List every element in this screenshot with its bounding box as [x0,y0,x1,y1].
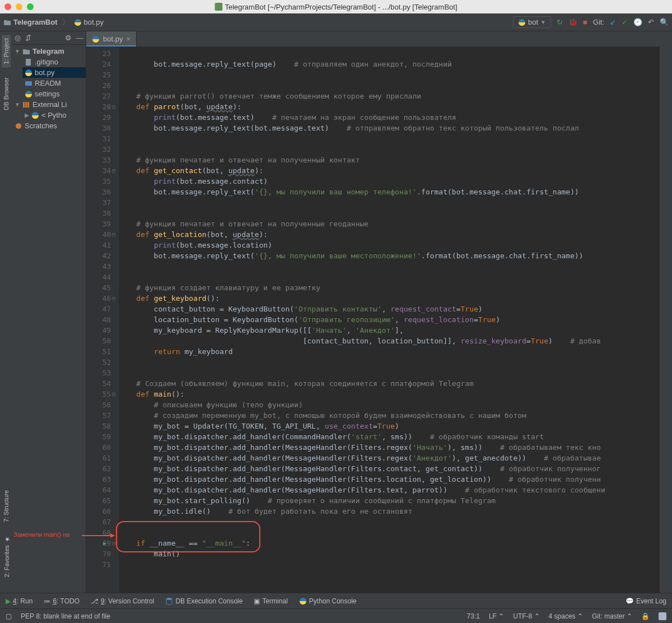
target-icon[interactable]: ◎ [15,34,21,42]
vcs-toolwindow-button[interactable]: ⎇ 9: Version Control [91,597,154,605]
window-title: TelegramBot [~/PycharmProjects/TelegramB… [225,3,457,11]
undo-icon[interactable]: ↶ [648,18,654,26]
right-tool-strip [660,31,672,593]
tree-scratches[interactable]: Scratches [12,120,86,131]
annotation-arrow [82,535,114,536]
status-message: PEP 8: blank line at end of file [21,612,110,620]
left-tool-strip: 1: Project DB Browser 7: Structure 2: Fa… [0,31,12,593]
terminal-button[interactable]: ▣ Terminal [254,597,287,605]
file-encoding[interactable]: UTF-8 ⌃ [513,612,539,620]
svg-rect-11 [23,102,25,108]
git-commit-button[interactable]: ✓ [622,18,628,26]
project-toolwindow-tab[interactable]: 1: Project [2,35,11,67]
tree-root[interactable]: ▼ Telegram [12,46,86,57]
folder-icon [3,18,11,26]
tree-bot-py[interactable]: bot.py [22,67,86,78]
status-bar: ▢ PEP 8: blank line at end of file 73:1 … [0,608,672,623]
cursor-position[interactable]: 73:1 [467,612,480,620]
scratch-icon [15,122,22,130]
app-icon [214,3,222,11]
stop-button[interactable]: ■ [583,18,587,26]
markdown-icon [25,80,32,87]
code-editor[interactable]: bot.message.reply_text(page) # отправляе… [119,47,660,593]
tree-external-libs[interactable]: ▼ External Li [12,99,86,110]
python-console-button[interactable]: Python Console [299,597,357,605]
close-tab-icon[interactable]: × [126,35,130,43]
line-separator[interactable]: LF ⌃ [489,612,504,620]
python-icon [299,597,307,605]
todo-toolwindow-button[interactable]: ≔ 6: TODO [44,597,80,605]
favorites-toolwindow-tab[interactable]: 2: Favorites ★ [2,532,11,580]
library-icon [22,101,30,109]
annotation-box [116,521,260,552]
python-file-icon [74,18,82,26]
svg-rect-13 [27,102,29,108]
db-icon [165,597,173,605]
tree-settings[interactable]: settings [22,89,86,99]
python-file-icon [92,35,100,43]
navigation-bar: TelegramBot 〉 bot.py bot ▼ ↻ 🐞 ■ Git: ↙ … [0,13,672,31]
history-icon[interactable]: 🕘 [633,18,642,26]
svg-point-16 [16,123,21,129]
python-file-icon [25,69,32,77]
editor-tab-bot-py[interactable]: bot.py × [86,31,137,47]
indent-settings[interactable]: 4 spaces ⌃ [549,612,583,620]
hide-toolwindows-icon[interactable]: ▢ [6,612,12,620]
minimize-window-button[interactable] [16,3,22,10]
gear-icon[interactable]: ⚙ [65,34,72,42]
folder-icon [22,48,30,55]
run-config-selector[interactable]: bot ▼ [513,16,551,28]
rerun-button[interactable]: ↻ [557,18,563,26]
python-file-icon [25,90,32,98]
editor-area: bot.py × 232425262728⊟293031323334⊟35363… [86,31,660,593]
tree-python-interp[interactable]: ▶ < Pytho [22,110,86,120]
svg-rect-5 [26,59,31,66]
run-toolwindow-button[interactable]: ▶ 4: Run [6,597,32,605]
project-panel: ◎ ⇵ ⚙ — ▼ Telegram .gitigno bot.py READM [12,31,86,593]
debug-button[interactable]: 🐞 [568,18,577,26]
breadcrumb-project[interactable]: TelegramBot [3,18,58,26]
bottom-toolbar: ▶ 4: Run ≔ 6: TODO ⎇ 9: Version Control … [0,593,672,608]
tree-gitignore[interactable]: .gitigno [22,57,86,67]
editor-gutter[interactable]: 232425262728⊟293031323334⊟353637383940⊟4… [86,47,119,593]
titlebar: TelegramBot [~/PycharmProjects/TelegramB… [0,0,672,13]
db-browser-toolwindow-tab[interactable]: DB Browser [2,74,11,114]
minimize-icon[interactable]: — [76,34,83,42]
python-icon [518,18,526,26]
collapse-icon[interactable]: ⇵ [25,34,31,42]
db-console-button[interactable]: DB Execution Console [165,597,242,605]
svg-point-19 [166,598,172,600]
annotation-label: Заменили main() на [13,531,70,538]
file-icon [25,58,32,66]
structure-toolwindow-tab[interactable]: 7: Structure [2,487,11,526]
lock-icon[interactable]: 🔒 [641,612,650,620]
hector-icon[interactable] [659,612,666,620]
search-icon[interactable]: 🔍 [660,18,669,26]
breadcrumb-file[interactable]: bot.py [74,18,104,26]
git-label: Git: [593,18,604,26]
svg-rect-8 [25,81,32,86]
event-log-button[interactable]: 💬 Event Log [626,597,666,605]
svg-rect-12 [25,102,27,108]
python-icon [31,111,39,119]
git-update-button[interactable]: ↙ [610,18,616,26]
svg-rect-0 [214,3,222,11]
git-branch[interactable]: Git: master ⌃ [592,612,632,620]
close-window-button[interactable] [4,3,11,10]
tree-readme[interactable]: READM [22,78,86,89]
chevron-right-icon: 〉 [62,17,69,27]
maximize-window-button[interactable] [27,3,34,10]
